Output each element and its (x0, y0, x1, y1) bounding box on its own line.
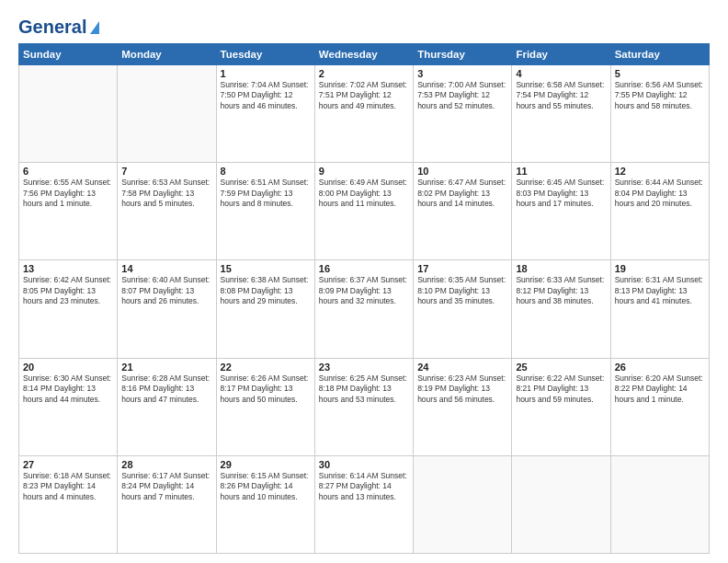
day-cell: 27Sunrise: 6:18 AM Sunset: 8:23 PM Dayli… (19, 455, 118, 553)
day-info: Sunrise: 6:28 AM Sunset: 8:16 PM Dayligh… (121, 373, 211, 405)
day-info: Sunrise: 6:26 AM Sunset: 8:17 PM Dayligh… (221, 373, 311, 405)
day-number: 15 (221, 263, 311, 274)
weekday-header-saturday: Saturday (610, 44, 709, 65)
day-cell: 17Sunrise: 6:35 AM Sunset: 8:10 PM Dayli… (414, 260, 512, 358)
day-number: 28 (121, 459, 211, 470)
day-number: 6 (23, 166, 113, 177)
day-info: Sunrise: 6:45 AM Sunset: 8:03 PM Dayligh… (516, 178, 606, 209)
day-number: 7 (121, 166, 211, 177)
day-info: Sunrise: 6:18 AM Sunset: 8:23 PM Dayligh… (23, 471, 113, 502)
day-info: Sunrise: 6:35 AM Sunset: 8:10 PM Dayligh… (417, 275, 507, 306)
weekday-header-sunday: Sunday (19, 44, 118, 65)
day-info: Sunrise: 6:22 AM Sunset: 8:21 PM Dayligh… (516, 373, 606, 405)
day-cell (610, 455, 709, 553)
day-number: 9 (319, 166, 409, 177)
weekday-header-tuesday: Tuesday (216, 44, 314, 65)
day-info: Sunrise: 6:56 AM Sunset: 7:55 PM Dayligh… (615, 80, 705, 111)
day-cell: 23Sunrise: 6:25 AM Sunset: 8:18 PM Dayli… (314, 358, 413, 455)
day-cell (414, 455, 512, 553)
weekday-header-monday: Monday (118, 44, 216, 65)
day-number: 13 (23, 263, 113, 274)
day-info: Sunrise: 6:33 AM Sunset: 8:12 PM Dayligh… (516, 275, 606, 306)
day-cell: 2Sunrise: 7:02 AM Sunset: 7:51 PM Daylig… (314, 65, 413, 163)
day-cell: 4Sunrise: 6:58 AM Sunset: 7:54 PM Daylig… (512, 65, 610, 163)
day-number: 24 (417, 362, 507, 373)
day-info: Sunrise: 6:15 AM Sunset: 8:26 PM Dayligh… (221, 471, 311, 502)
day-info: Sunrise: 6:38 AM Sunset: 8:08 PM Dayligh… (221, 275, 311, 306)
day-cell: 18Sunrise: 6:33 AM Sunset: 8:12 PM Dayli… (512, 260, 610, 358)
weekday-header-thursday: Thursday (414, 44, 512, 65)
day-cell: 15Sunrise: 6:38 AM Sunset: 8:08 PM Dayli… (216, 260, 314, 358)
day-cell: 12Sunrise: 6:44 AM Sunset: 8:04 PM Dayli… (610, 163, 709, 260)
day-number: 29 (221, 459, 311, 470)
header: General (18, 17, 710, 34)
week-row-2: 6Sunrise: 6:55 AM Sunset: 7:56 PM Daylig… (19, 163, 710, 260)
logo-general: General (18, 17, 86, 38)
weekday-header-wednesday: Wednesday (314, 44, 413, 65)
day-cell: 1Sunrise: 7:04 AM Sunset: 7:50 PM Daylig… (216, 65, 314, 163)
weekday-header-row: SundayMondayTuesdayWednesdayThursdayFrid… (19, 44, 710, 65)
day-cell: 22Sunrise: 6:26 AM Sunset: 8:17 PM Dayli… (216, 358, 314, 455)
day-info: Sunrise: 6:14 AM Sunset: 8:27 PM Dayligh… (319, 471, 409, 502)
day-cell: 19Sunrise: 6:31 AM Sunset: 8:13 PM Dayli… (610, 260, 709, 358)
day-number: 16 (319, 263, 409, 274)
day-info: Sunrise: 6:40 AM Sunset: 8:07 PM Dayligh… (121, 275, 211, 306)
day-cell: 21Sunrise: 6:28 AM Sunset: 8:16 PM Dayli… (118, 358, 216, 455)
day-cell (118, 65, 216, 163)
day-cell: 25Sunrise: 6:22 AM Sunset: 8:21 PM Dayli… (512, 358, 610, 455)
day-info: Sunrise: 6:25 AM Sunset: 8:18 PM Dayligh… (319, 373, 409, 405)
day-cell: 24Sunrise: 6:23 AM Sunset: 8:19 PM Dayli… (414, 358, 512, 455)
day-cell: 14Sunrise: 6:40 AM Sunset: 8:07 PM Dayli… (118, 260, 216, 358)
day-number: 4 (516, 68, 606, 79)
calendar: SundayMondayTuesdayWednesdayThursdayFrid… (18, 43, 710, 554)
day-cell: 11Sunrise: 6:45 AM Sunset: 8:03 PM Dayli… (512, 163, 610, 260)
day-number: 1 (221, 68, 311, 79)
logo-icon (90, 21, 99, 34)
day-number: 3 (417, 68, 507, 79)
day-info: Sunrise: 6:42 AM Sunset: 8:05 PM Dayligh… (23, 275, 113, 306)
day-info: Sunrise: 6:44 AM Sunset: 8:04 PM Dayligh… (615, 178, 705, 209)
day-info: Sunrise: 6:51 AM Sunset: 7:59 PM Dayligh… (221, 178, 311, 209)
day-info: Sunrise: 6:55 AM Sunset: 7:56 PM Dayligh… (23, 178, 113, 209)
day-cell: 9Sunrise: 6:49 AM Sunset: 8:00 PM Daylig… (314, 163, 413, 260)
day-number: 14 (121, 263, 211, 274)
day-cell: 28Sunrise: 6:17 AM Sunset: 8:24 PM Dayli… (118, 455, 216, 553)
page: General SundayMondayTuesdayWednesdayThur… (0, 0, 728, 563)
day-number: 21 (121, 362, 211, 373)
day-info: Sunrise: 6:49 AM Sunset: 8:00 PM Dayligh… (319, 178, 409, 209)
day-number: 11 (516, 166, 606, 177)
day-cell: 16Sunrise: 6:37 AM Sunset: 8:09 PM Dayli… (314, 260, 413, 358)
day-info: Sunrise: 6:20 AM Sunset: 8:22 PM Dayligh… (615, 373, 705, 405)
day-info: Sunrise: 6:30 AM Sunset: 8:14 PM Dayligh… (23, 373, 113, 405)
day-number: 22 (221, 362, 311, 373)
day-number: 19 (615, 263, 705, 274)
day-number: 10 (417, 166, 507, 177)
day-cell (512, 455, 610, 553)
day-number: 23 (319, 362, 409, 373)
day-cell: 7Sunrise: 6:53 AM Sunset: 7:58 PM Daylig… (118, 163, 216, 260)
day-info: Sunrise: 6:53 AM Sunset: 7:58 PM Dayligh… (121, 178, 211, 209)
day-number: 20 (23, 362, 113, 373)
week-row-1: 1Sunrise: 7:04 AM Sunset: 7:50 PM Daylig… (19, 65, 710, 163)
day-info: Sunrise: 7:00 AM Sunset: 7:53 PM Dayligh… (417, 80, 507, 111)
day-cell: 5Sunrise: 6:56 AM Sunset: 7:55 PM Daylig… (610, 65, 709, 163)
day-number: 17 (417, 263, 507, 274)
day-cell (19, 65, 118, 163)
day-number: 30 (319, 459, 409, 470)
day-info: Sunrise: 6:47 AM Sunset: 8:02 PM Dayligh… (417, 178, 507, 209)
day-info: Sunrise: 6:23 AM Sunset: 8:19 PM Dayligh… (417, 373, 507, 405)
day-cell: 26Sunrise: 6:20 AM Sunset: 8:22 PM Dayli… (610, 358, 709, 455)
day-cell: 13Sunrise: 6:42 AM Sunset: 8:05 PM Dayli… (19, 260, 118, 358)
day-cell: 20Sunrise: 6:30 AM Sunset: 8:14 PM Dayli… (19, 358, 118, 455)
day-number: 26 (615, 362, 705, 373)
day-info: Sunrise: 6:37 AM Sunset: 8:09 PM Dayligh… (319, 275, 409, 306)
day-number: 18 (516, 263, 606, 274)
weekday-header-friday: Friday (512, 44, 610, 65)
week-row-3: 13Sunrise: 6:42 AM Sunset: 8:05 PM Dayli… (19, 260, 710, 358)
week-row-5: 27Sunrise: 6:18 AM Sunset: 8:23 PM Dayli… (19, 455, 710, 553)
day-info: Sunrise: 7:02 AM Sunset: 7:51 PM Dayligh… (319, 80, 409, 111)
day-cell: 6Sunrise: 6:55 AM Sunset: 7:56 PM Daylig… (19, 163, 118, 260)
day-number: 8 (221, 166, 311, 177)
day-cell: 3Sunrise: 7:00 AM Sunset: 7:53 PM Daylig… (414, 65, 512, 163)
day-number: 25 (516, 362, 606, 373)
